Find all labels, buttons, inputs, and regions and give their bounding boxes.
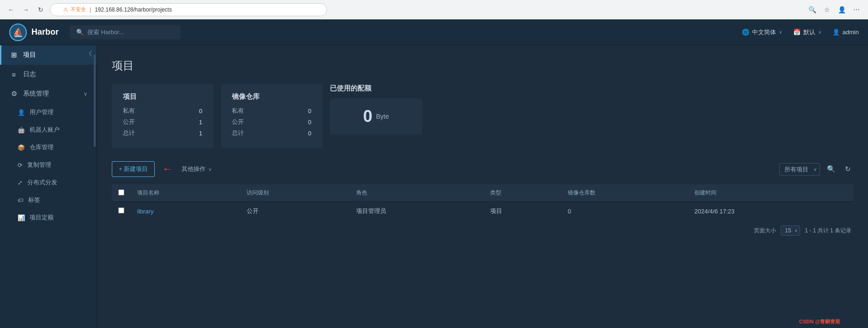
- quota-value: 0: [363, 107, 372, 126]
- header-created-at: 创建时间: [688, 184, 853, 202]
- row-repo-count: 0: [561, 202, 688, 221]
- logo-area: ⛵ Harbor: [9, 24, 59, 41]
- search-placeholder-text: 搜索 Harbor...: [87, 28, 124, 36]
- refresh-button[interactable]: ↻: [843, 163, 853, 176]
- registry-total-label: 总计: [232, 129, 244, 137]
- search-icon: 🔍: [76, 29, 84, 36]
- global-search[interactable]: 🔍 搜索 Harbor...: [70, 25, 181, 39]
- header-access-level: 访问级别: [240, 184, 350, 202]
- refresh-button[interactable]: ↻: [35, 4, 46, 15]
- back-button[interactable]: ←: [6, 4, 17, 15]
- projects-private-label: 私有: [123, 107, 135, 115]
- language-selector[interactable]: 🌐 中文简体 ∨: [742, 28, 782, 36]
- menu-button[interactable]: ⋯: [850, 4, 862, 16]
- projects-public-label: 公开: [123, 118, 135, 126]
- sidebar-item-quota[interactable]: 📊 项目定额: [0, 209, 97, 226]
- page-title: 项目: [112, 58, 853, 73]
- logs-icon: ≡: [9, 71, 18, 79]
- projects-icon: ⊞: [9, 51, 18, 59]
- registry-stat-title: 镜像仓库: [232, 92, 311, 101]
- sidebar-item-logs[interactable]: ≡ 日志: [0, 65, 97, 84]
- security-label: 不安全: [71, 6, 86, 13]
- sidebar-item-warehouse[interactable]: 📦 仓库管理: [0, 139, 97, 156]
- tags-label: 标签: [28, 196, 40, 204]
- quota-icon: 📊: [18, 214, 25, 221]
- robot-label: 机器人账户: [30, 126, 60, 134]
- forward-button[interactable]: →: [20, 4, 31, 15]
- extensions-button[interactable]: 🔍: [806, 4, 818, 16]
- projects-total-value: 1: [199, 130, 202, 137]
- main-layout: 《 ⊞ 项目 ≡ 日志 ⚙ 系统管理 ∨ 👤 用户管理 🤖 机器人账户 📦 仓库…: [0, 45, 868, 328]
- sidebar-item-copy-mgmt[interactable]: ⟳ 复制管理: [0, 156, 97, 174]
- address-bar[interactable]: ⚠ 不安全 | 192.168.86.128/harbor/projects: [50, 3, 327, 16]
- sidebar-item-projects[interactable]: ⊞ 项目: [0, 45, 97, 65]
- registry-total-row: 总计 0: [232, 129, 311, 137]
- lang-label: 中文简体: [752, 28, 776, 36]
- app-header: ⛵ Harbor 🔍 搜索 Harbor... 🌐 中文简体 ∨ 📅 默认 ∨ …: [0, 19, 868, 45]
- projects-public-value: 1: [199, 119, 202, 126]
- user-mgmt-icon: 👤: [18, 109, 25, 116]
- sidebar-item-robot-accounts[interactable]: 🤖 机器人账户: [0, 121, 97, 139]
- projects-public-row: 公开 1: [123, 118, 202, 126]
- browser-chrome: ← → ↻ ⚠ 不安全 | 192.168.86.128/harbor/proj…: [0, 0, 868, 19]
- bookmark-button[interactable]: ☆: [821, 4, 833, 16]
- sidebar-item-tags[interactable]: 🏷 标签: [0, 191, 97, 209]
- page-size-select[interactable]: 15 25 50: [781, 225, 800, 236]
- registry-stat-card: 镜像仓库 私有 0 公开 0 总计 0: [221, 84, 322, 148]
- registry-private-row: 私有 0: [232, 107, 311, 115]
- sidebar: 《 ⊞ 项目 ≡ 日志 ⚙ 系统管理 ∨ 👤 用户管理 🤖 机器人账户 📦 仓库…: [0, 45, 97, 328]
- filter-wrap: 所有项目 私有项目 公开项目 ∨: [779, 163, 820, 176]
- bell-chevron-icon: ∨: [818, 30, 821, 35]
- other-actions-button[interactable]: 其他操作 ∨: [178, 162, 215, 176]
- bell-icon: 📅: [793, 29, 801, 36]
- tag-icon: 🏷: [18, 197, 24, 204]
- project-filter-select[interactable]: 所有项目 私有项目 公开项目: [779, 163, 820, 176]
- sidebar-collapse-button[interactable]: 《: [85, 50, 92, 58]
- url-display: 192.168.86.128/harbor/projects: [95, 6, 172, 13]
- row-role: 项目管理员: [350, 202, 484, 221]
- header-type: 类型: [484, 184, 561, 202]
- table-header-row: 项目名称 访问级别 角色 类型 镜像仓库数 创建时间: [112, 184, 853, 202]
- other-actions-label: 其他操作: [182, 165, 206, 173]
- browser-actions: 🔍 ☆ 👤 ⋯: [806, 4, 862, 16]
- notification-selector[interactable]: 📅 默认 ∨: [793, 28, 821, 36]
- copy-icon: ⟳: [18, 162, 23, 169]
- page-size-label: 页面大小: [754, 227, 776, 235]
- row-access-level: 公开: [240, 202, 350, 221]
- registry-private-label: 私有: [232, 107, 244, 115]
- header-project-name: 项目名称: [131, 184, 240, 202]
- refresh-icon: ↻: [845, 165, 851, 173]
- copy-label: 复制管理: [27, 161, 51, 169]
- registry-private-value: 0: [308, 108, 311, 115]
- new-project-button[interactable]: + 新建项目: [112, 161, 155, 177]
- row-created-at: 2024/4/6 17:23: [688, 202, 853, 221]
- robot-icon: 🤖: [18, 127, 25, 134]
- quota-stat-card: 0 Byte: [330, 98, 422, 134]
- row-type: 项目: [484, 202, 561, 221]
- page-size-wrap: 15 25 50 ∨: [781, 225, 800, 236]
- sidebar-item-system[interactable]: ⚙ 系统管理 ∨: [0, 84, 97, 103]
- toolbar: + 新建项目 ← 其他操作 ∨ 所有项目 私有项目 公开项目 ∨: [112, 161, 853, 177]
- annotation: ←: [160, 163, 172, 175]
- quota-unit: Byte: [376, 113, 389, 120]
- system-chevron-icon: ∨: [84, 91, 87, 97]
- toolbar-right: 所有项目 私有项目 公开项目 ∨ 🔍 ↻: [779, 163, 853, 176]
- row-checkbox[interactable]: [118, 207, 124, 213]
- user-mgmt-label: 用户管理: [30, 108, 54, 116]
- projects-table: 项目名称 访问级别 角色 类型 镜像仓库数 创建时间 library 公开: [112, 184, 853, 221]
- sidebar-item-user-mgmt[interactable]: 👤 用户管理: [0, 103, 97, 121]
- sidebar-item-dist-deploy[interactable]: ⤢ 分布式分发: [0, 174, 97, 191]
- system-icon: ⚙: [9, 90, 18, 98]
- projects-private-value: 0: [199, 108, 202, 115]
- user-menu[interactable]: 👤 admin: [832, 29, 859, 36]
- warehouse-icon: 📦: [18, 144, 25, 151]
- registry-public-label: 公开: [232, 118, 244, 126]
- project-name-link[interactable]: library: [137, 208, 153, 215]
- stats-row: 项目 私有 0 公开 1 总计 1 镜像仓库 私有 0: [112, 84, 853, 148]
- projects-stat-title: 项目: [123, 92, 202, 101]
- new-project-label: + 新建项目: [119, 165, 148, 173]
- sidebar-scrollbar[interactable]: [94, 55, 96, 147]
- search-button[interactable]: 🔍: [825, 163, 838, 176]
- profile-button[interactable]: 👤: [836, 4, 848, 16]
- select-all-checkbox[interactable]: [118, 189, 124, 195]
